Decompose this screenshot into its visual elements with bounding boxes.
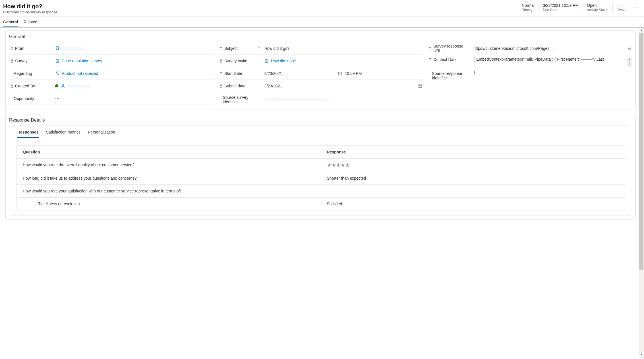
survey-label: Survey — [15, 59, 28, 63]
start-date-value: 3/23/2021 — [264, 71, 282, 76]
lock-icon — [10, 59, 13, 63]
src-resp-value: 1 — [473, 71, 476, 75]
table-row: How long did it take us to address your … — [16, 172, 625, 185]
field-context-data[interactable]: Context Data {"EmbedContextParameters":n… — [427, 55, 633, 69]
header-duedate[interactable]: 3/23/2021 10:59 PM Due Date — [539, 3, 583, 13]
opportunity-value: --- — [55, 96, 59, 101]
form-header: How did it go? Customer Voice survey res… — [0, 0, 644, 17]
question-text: Timeliness of resolution — [16, 198, 321, 210]
field-regarding[interactable]: Regarding Product not received — [9, 67, 214, 80]
url-value: https://customervoice.microsoft.com/Page… — [473, 46, 625, 51]
table-row: Timeliness of resolution Satisfied — [16, 198, 625, 210]
subject-label: Subject — [224, 46, 238, 51]
expand-header-button[interactable] — [631, 5, 639, 12]
header-activity-status[interactable]: Open Activity Status — [583, 3, 612, 13]
field-opportunity[interactable]: Opportunity --- — [9, 92, 214, 105]
header-priority-label: Priority — [522, 8, 535, 12]
header-owner-label: Owner — [617, 8, 627, 12]
lock-icon — [220, 59, 223, 63]
field-source-response-id[interactable]: Source response identifier 1 — [427, 69, 633, 82]
table-row: How would you rate your satisfaction wit… — [16, 185, 625, 198]
header-duedate-value: 3/23/2021 10:59 PM — [543, 3, 579, 8]
field-survey-url[interactable]: Survey response URL https://customervoic… — [427, 42, 633, 55]
field-createdby[interactable]: Created By ✓ —————— — [9, 80, 214, 92]
scroll-up-icon[interactable]: ▲ — [627, 57, 631, 62]
svg-point-5 — [57, 72, 58, 73]
calendar-icon[interactable] — [338, 71, 342, 75]
table-row: How would you rate the overall quality o… — [16, 159, 625, 172]
survey-value[interactable]: Case resolution survey — [62, 59, 102, 63]
tab-satisfaction-metrics[interactable]: Satisfaction metrics — [46, 130, 80, 138]
field-from[interactable]: From —————— — [9, 42, 214, 55]
header-status-label: Activity Status — [587, 8, 608, 12]
section-details-title: Response Details — [6, 116, 635, 126]
ctx-value: {"EmbedContextParameters":null,"PipeData… — [473, 57, 625, 62]
field-start-date[interactable]: Start Date 3/23/2021 10:59 PM — [218, 67, 424, 80]
lock-icon — [10, 47, 13, 50]
tab-related[interactable]: Related — [24, 17, 37, 27]
lock-icon — [220, 47, 223, 50]
svg-rect-12 — [338, 72, 341, 75]
lock-icon — [428, 58, 432, 61]
details-tabs: Responses Satisfaction metrics Personali… — [16, 126, 625, 138]
field-survey[interactable]: Survey Case resolution survey — [9, 55, 214, 67]
start-time-value: 10:59 PM — [345, 71, 362, 76]
responses-table: Question Response How would you rate the… — [16, 145, 625, 210]
scroll-down-icon[interactable]: ▼ — [627, 62, 631, 67]
question-text: How would you rate the overall quality o… — [16, 159, 321, 172]
header-owner[interactable]: —— Owner — [612, 3, 631, 13]
lock-icon — [220, 72, 223, 75]
bookmark-icon — [55, 46, 59, 50]
lock-icon — [428, 47, 432, 50]
subject-value: How did it go? — [264, 46, 290, 51]
response-text — [321, 185, 625, 197]
start-label: Start Date — [224, 71, 242, 76]
response-text: Satisfied — [321, 198, 625, 210]
field-subject[interactable]: Subject * How did it go? — [218, 42, 424, 55]
col-header-question: Question — [16, 146, 321, 158]
section-general: General From —————— — [5, 30, 636, 110]
lock-icon — [220, 84, 223, 88]
ctx-label: Context Data — [433, 57, 457, 62]
lock-icon — [10, 84, 13, 88]
opportunity-label: Opportunity — [14, 96, 34, 101]
svg-point-6 — [62, 84, 64, 86]
header-priority[interactable]: Normal Priority — [518, 3, 539, 13]
globe-icon[interactable] — [628, 46, 631, 50]
url-label: Survey response URL — [433, 44, 471, 53]
field-source-survey-id[interactable]: Source survey identifier ———————————————… — [218, 92, 424, 106]
section-response-details: Response Details Responses Satisfaction … — [5, 114, 636, 219]
question-text: How long did it take us to address your … — [16, 172, 321, 184]
section-general-title: General — [6, 33, 635, 42]
clipboard-icon — [264, 59, 269, 63]
src-survey-value: ———————————————— — [264, 97, 328, 101]
field-submit-date[interactable]: Submit date 3/23/2021 — [218, 80, 424, 92]
field-survey-invite[interactable]: Survey Invite How did it go? — [218, 55, 424, 67]
table-header-row: Question Response — [16, 146, 625, 159]
tab-general[interactable]: General — [3, 17, 18, 27]
clipboard-icon — [55, 59, 59, 63]
tab-responses[interactable]: Responses — [17, 130, 39, 138]
presence-available-icon: ✓ — [55, 84, 58, 87]
entity-type: Customer Voice survey response — [3, 10, 57, 14]
person-icon — [61, 84, 65, 88]
scroll-thumb[interactable] — [639, 33, 643, 270]
svg-rect-16 — [419, 85, 422, 87]
scroll-down-button[interactable]: ▼ — [639, 352, 643, 356]
createdby-value[interactable]: —————— — [67, 84, 91, 88]
submit-date-value: 3/23/2021 — [264, 84, 282, 88]
page-title: How did it go? — [3, 3, 57, 10]
context-scrollbar[interactable]: ▲ ▼ — [627, 57, 631, 67]
invite-value[interactable]: How did it go? — [271, 59, 296, 63]
regarding-label: Regarding — [14, 71, 32, 76]
createdby-label: Created By — [15, 84, 35, 88]
header-priority-value: Normal — [522, 3, 535, 8]
vertical-scrollbar[interactable]: ▲ ▼ — [639, 28, 644, 357]
from-value[interactable]: —————— — [62, 46, 86, 51]
scroll-up-button[interactable]: ▲ — [639, 28, 643, 32]
src-resp-label: Source response identifier — [432, 71, 471, 80]
regarding-value[interactable]: Product not received — [62, 71, 98, 76]
required-indicator: * — [258, 46, 260, 51]
calendar-icon[interactable] — [418, 84, 422, 88]
tab-personalization[interactable]: Personalization — [88, 130, 115, 138]
